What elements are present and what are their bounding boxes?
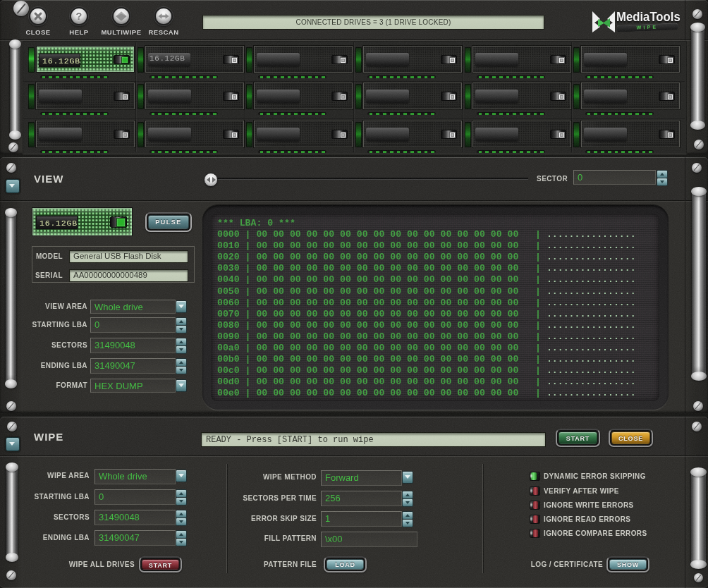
svg-text:?: ? (76, 11, 83, 22)
